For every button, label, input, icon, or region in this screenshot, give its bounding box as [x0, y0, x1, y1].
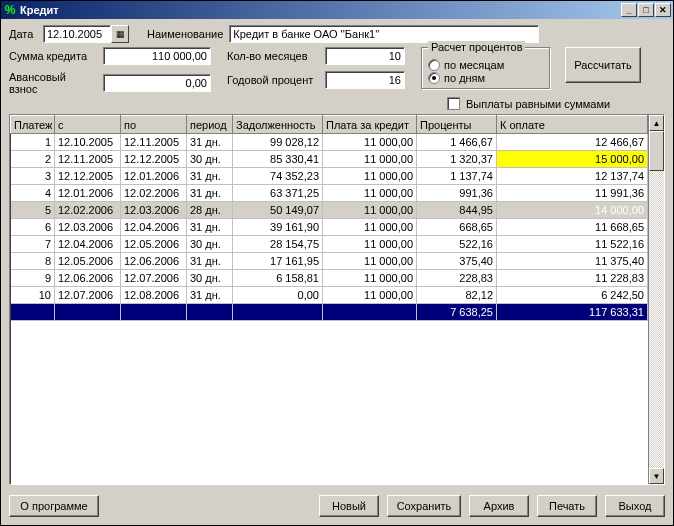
- cell[interactable]: 11 000,00: [323, 134, 417, 151]
- cell[interactable]: 11 000,00: [323, 253, 417, 270]
- cell[interactable]: 11 228,83: [497, 270, 648, 287]
- archive-button[interactable]: Архив: [469, 495, 529, 517]
- cell[interactable]: 6 242,50: [497, 287, 648, 304]
- cell[interactable]: 11 668,65: [497, 219, 648, 236]
- cell[interactable]: 11 000,00: [323, 151, 417, 168]
- scroll-up-button[interactable]: ▲: [649, 115, 664, 131]
- print-button[interactable]: Печать: [537, 495, 597, 517]
- cell[interactable]: 12 137,74: [497, 168, 648, 185]
- cell[interactable]: 14 000,00: [497, 202, 648, 219]
- cell[interactable]: 6 158,81: [233, 270, 323, 287]
- cell[interactable]: 6: [11, 219, 55, 236]
- col-fee[interactable]: Плата за кредит: [323, 116, 417, 134]
- equal-payments-checkbox[interactable]: [447, 97, 460, 110]
- table-row[interactable]: 512.02.200612.03.200628 дн.50 149,0711 0…: [11, 202, 648, 219]
- table-row[interactable]: 412.01.200612.02.200631 дн.63 371,2511 0…: [11, 185, 648, 202]
- cell[interactable]: 11 000,00: [323, 270, 417, 287]
- table-row[interactable]: 212.11.200512.12.200530 дн.85 330,4111 0…: [11, 151, 648, 168]
- table-row[interactable]: 1012.07.200612.08.200631 дн.0,0011 000,0…: [11, 287, 648, 304]
- cell[interactable]: 11 000,00: [323, 236, 417, 253]
- scroll-thumb[interactable]: [649, 131, 664, 171]
- scroll-down-button[interactable]: ▼: [649, 468, 664, 484]
- cell[interactable]: 12.05.2006: [121, 236, 187, 253]
- months-input[interactable]: [325, 47, 405, 65]
- save-button[interactable]: Сохранить: [387, 495, 461, 517]
- cell[interactable]: 11 991,36: [497, 185, 648, 202]
- cell[interactable]: 4: [11, 185, 55, 202]
- cell[interactable]: 3: [11, 168, 55, 185]
- radio-by-months[interactable]: по месяцам: [428, 59, 544, 71]
- exit-button[interactable]: Выход: [605, 495, 665, 517]
- date-input[interactable]: [43, 25, 111, 43]
- cell[interactable]: 12.01.2006: [121, 168, 187, 185]
- cell[interactable]: 99 028,12: [233, 134, 323, 151]
- cell[interactable]: 8: [11, 253, 55, 270]
- rate-input[interactable]: [325, 71, 405, 89]
- col-debt[interactable]: Задолженность: [233, 116, 323, 134]
- cell[interactable]: 11 000,00: [323, 219, 417, 236]
- scroll-track[interactable]: [649, 171, 664, 468]
- cell[interactable]: 31 дн.: [187, 219, 233, 236]
- amount-input[interactable]: [103, 47, 211, 65]
- cell[interactable]: 30 дн.: [187, 236, 233, 253]
- table-row[interactable]: 812.05.200612.06.200631 дн.17 161,9511 0…: [11, 253, 648, 270]
- cell[interactable]: 74 352,23: [233, 168, 323, 185]
- close-button[interactable]: ✕: [655, 3, 671, 17]
- cell[interactable]: 12.07.2006: [121, 270, 187, 287]
- maximize-button[interactable]: □: [638, 3, 654, 17]
- col-from[interactable]: с: [55, 116, 121, 134]
- cell[interactable]: 50 149,07: [233, 202, 323, 219]
- cell[interactable]: 12.06.2006: [55, 270, 121, 287]
- cell[interactable]: 11 375,40: [497, 253, 648, 270]
- cell[interactable]: 17 161,95: [233, 253, 323, 270]
- cell[interactable]: 12.11.2005: [55, 151, 121, 168]
- cell[interactable]: 31 дн.: [187, 185, 233, 202]
- about-button[interactable]: О программе: [9, 495, 99, 517]
- cell[interactable]: 375,40: [417, 253, 497, 270]
- cell[interactable]: 1 466,67: [417, 134, 497, 151]
- cell[interactable]: 668,65: [417, 219, 497, 236]
- col-pay[interactable]: К оплате: [497, 116, 648, 134]
- date-picker-button[interactable]: ▦: [111, 25, 129, 43]
- cell[interactable]: 30 дн.: [187, 270, 233, 287]
- cell[interactable]: 12.10.2005: [55, 134, 121, 151]
- col-period[interactable]: период: [187, 116, 233, 134]
- advance-input[interactable]: [103, 74, 211, 92]
- table-row[interactable]: 912.06.200612.07.200630 дн.6 158,8111 00…: [11, 270, 648, 287]
- cell[interactable]: 12.12.2005: [121, 151, 187, 168]
- cell[interactable]: 9: [11, 270, 55, 287]
- cell[interactable]: 11 522,16: [497, 236, 648, 253]
- cell[interactable]: 228,83: [417, 270, 497, 287]
- cell[interactable]: 31 дн.: [187, 287, 233, 304]
- cell[interactable]: 12.08.2006: [121, 287, 187, 304]
- cell[interactable]: 5: [11, 202, 55, 219]
- cell[interactable]: 15 000,00: [497, 151, 648, 168]
- cell[interactable]: 844,95: [417, 202, 497, 219]
- cell[interactable]: 85 330,41: [233, 151, 323, 168]
- cell[interactable]: 12 466,67: [497, 134, 648, 151]
- cell[interactable]: 82,12: [417, 287, 497, 304]
- col-to[interactable]: по: [121, 116, 187, 134]
- calculate-button[interactable]: Рассчитать: [565, 47, 641, 83]
- cell[interactable]: 11 000,00: [323, 185, 417, 202]
- cell[interactable]: 12.01.2006: [55, 185, 121, 202]
- cell[interactable]: 12.03.2006: [121, 202, 187, 219]
- cell[interactable]: 12.05.2006: [55, 253, 121, 270]
- table-row[interactable]: 712.04.200612.05.200630 дн.28 154,7511 0…: [11, 236, 648, 253]
- table-row[interactable]: 112.10.200512.11.200531 дн.99 028,1211 0…: [11, 134, 648, 151]
- radio-by-days[interactable]: по дням: [428, 72, 544, 84]
- cell[interactable]: 12.03.2006: [55, 219, 121, 236]
- cell[interactable]: 2: [11, 151, 55, 168]
- cell[interactable]: 11 000,00: [323, 168, 417, 185]
- cell[interactable]: 10: [11, 287, 55, 304]
- cell[interactable]: 11 000,00: [323, 202, 417, 219]
- table-row[interactable]: 312.12.200512.01.200631 дн.74 352,2311 0…: [11, 168, 648, 185]
- cell[interactable]: 0,00: [233, 287, 323, 304]
- minimize-button[interactable]: _: [621, 3, 637, 17]
- cell[interactable]: 12.02.2006: [55, 202, 121, 219]
- cell[interactable]: 12.04.2006: [55, 236, 121, 253]
- cell[interactable]: 1: [11, 134, 55, 151]
- cell[interactable]: 30 дн.: [187, 151, 233, 168]
- cell[interactable]: 522,16: [417, 236, 497, 253]
- table-row[interactable]: 612.03.200612.04.200631 дн.39 161,9011 0…: [11, 219, 648, 236]
